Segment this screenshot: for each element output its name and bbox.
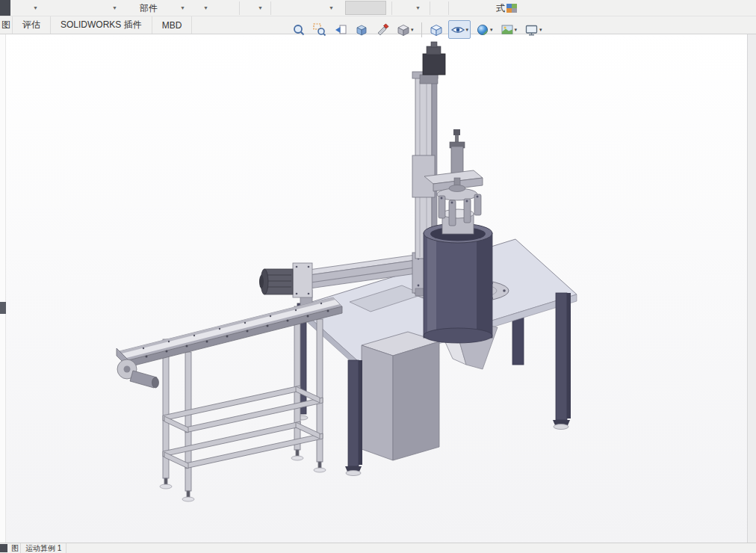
- ribbon-separator: [239, 1, 240, 15]
- previous-view-icon[interactable]: [332, 20, 350, 39]
- model-tab-label: 图: [11, 543, 19, 553]
- solidworks-window: ▼ ▼ 部件 ▼ ▼ ▼ ▼ ▼ 式 图 评估 SOLIDWORKS 插件 MB…: [0, 0, 756, 553]
- rail-motor[interactable]: [259, 269, 293, 294]
- task-pane-strip[interactable]: [747, 34, 756, 543]
- tab-mbd[interactable]: MBD: [152, 16, 193, 34]
- dropdown-caret-icon[interactable]: ▾: [539, 27, 542, 33]
- disabled-button: [345, 1, 386, 15]
- cabinet-box[interactable]: [362, 332, 439, 460]
- assembly-model: [0, 34, 756, 543]
- hide-show-items-icon[interactable]: ▾: [448, 20, 471, 39]
- view-orientation-icon[interactable]: [427, 20, 445, 39]
- ribbon-separator: [430, 1, 430, 15]
- left-panel-strip: [0, 34, 6, 543]
- toolbar-separator: [421, 22, 422, 37]
- app-icon[interactable]: [0, 0, 10, 16]
- ribbon-separator: [270, 1, 271, 15]
- conveyor-belt[interactable]: [117, 297, 342, 368]
- measure-icon[interactable]: [374, 20, 391, 39]
- dropdown-caret-icon[interactable]: ▾: [515, 27, 518, 33]
- ribbon-separator: [391, 1, 392, 15]
- motion-study-tab-label: 运动算例 1: [25, 543, 61, 553]
- edit-appearance-icon[interactable]: ▾: [474, 20, 495, 39]
- tab-label: SOLIDWORKS 插件: [61, 19, 142, 31]
- status-bar: 图 运动算例 1: [0, 543, 756, 553]
- drum[interactable]: [424, 223, 492, 343]
- zoom-area-icon[interactable]: [311, 20, 329, 39]
- graphics-area[interactable]: [0, 34, 756, 543]
- column-motor[interactable]: [423, 42, 445, 75]
- dropdown-arrow-icon[interactable]: ▼: [33, 5, 38, 10]
- motion-study-tab[interactable]: 运动算例 1: [21, 543, 66, 553]
- dropdown-arrow-icon[interactable]: ▼: [112, 5, 117, 10]
- motionmanager-icon[interactable]: [0, 544, 7, 552]
- dropdown-arrow-icon[interactable]: ▼: [329, 5, 334, 10]
- view-settings-icon[interactable]: ▾: [522, 20, 545, 39]
- dropdown-caret-icon[interactable]: ▾: [411, 27, 414, 33]
- model-tab[interactable]: 图: [9, 543, 21, 553]
- ribbon-separator: [448, 1, 449, 15]
- tab-evaluate[interactable]: 评估: [13, 16, 51, 34]
- dropdown-caret-icon[interactable]: ▾: [466, 27, 469, 33]
- heads-up-toolbar: ▾ ▾ ▾ ▾ ▾: [290, 19, 545, 40]
- style-group-label: 式: [496, 2, 505, 15]
- feature-tree-collapse-handle[interactable]: [0, 302, 6, 314]
- tab-label: MBD: [162, 20, 182, 31]
- display-style-mini-icon[interactable]: [506, 4, 517, 13]
- dropdown-arrow-icon[interactable]: ▼: [180, 5, 185, 10]
- ribbon-remnant: ▼ ▼ 部件 ▼ ▼ ▼ ▼ ▼ 式: [0, 0, 756, 16]
- tab-label: 评估: [22, 19, 40, 31]
- dropdown-arrow-icon[interactable]: ▼: [258, 5, 263, 10]
- zoom-fit-icon[interactable]: [290, 20, 308, 39]
- display-style-icon[interactable]: ▾: [394, 20, 416, 39]
- tab-label: 图: [1, 19, 10, 31]
- component-group-label: 部件: [140, 2, 158, 15]
- tab-solidworks-addins[interactable]: SOLIDWORKS 插件: [51, 16, 152, 34]
- apply-scene-icon[interactable]: ▾: [498, 20, 520, 39]
- dropdown-arrow-icon[interactable]: ▼: [415, 5, 421, 10]
- dropdown-arrow-icon[interactable]: ▼: [203, 5, 208, 10]
- tab-layout[interactable]: 图: [0, 16, 13, 34]
- section-view-icon[interactable]: [353, 20, 371, 39]
- dropdown-caret-icon[interactable]: ▾: [490, 27, 493, 33]
